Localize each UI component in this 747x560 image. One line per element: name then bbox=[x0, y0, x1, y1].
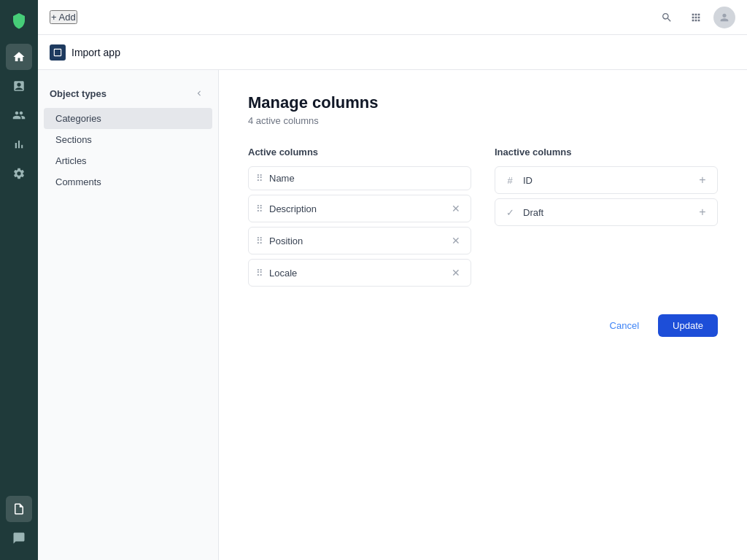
drag-handle-position[interactable]: ⠿ bbox=[256, 236, 263, 246]
sidebar-section-header: Object types bbox=[38, 82, 218, 105]
page-subtitle: 4 active columns bbox=[248, 115, 718, 126]
search-icon bbox=[661, 12, 673, 23]
drag-handle-description[interactable]: ⠿ bbox=[256, 203, 263, 214]
inactive-columns-section: Inactive columns # ID + ✓ Draft + bbox=[495, 147, 718, 291]
search-button[interactable] bbox=[655, 6, 678, 29]
update-button[interactable]: Update bbox=[658, 314, 718, 337]
active-columns-title: Active columns bbox=[248, 147, 471, 158]
left-nav bbox=[0, 0, 38, 560]
avatar[interactable] bbox=[713, 7, 735, 28]
remove-position-button[interactable]: ✕ bbox=[449, 233, 463, 248]
grid-icon bbox=[690, 12, 702, 23]
main-layout: Object types Categories Sections Article… bbox=[38, 70, 747, 560]
active-column-position: ⠿ Position ✕ bbox=[248, 227, 471, 254]
column-label-description: Description bbox=[269, 203, 449, 214]
content-area: Manage columns 4 active columns Active c… bbox=[219, 70, 747, 560]
sidebar-item-comments[interactable]: Comments bbox=[44, 171, 212, 192]
top-bar-icons bbox=[655, 6, 735, 29]
nav-chat-icon[interactable] bbox=[6, 525, 32, 551]
columns-layout: Active columns ⠿ Name ⠿ Description ✕ ⠿ … bbox=[248, 147, 718, 291]
footer-actions: Cancel Update bbox=[248, 314, 718, 337]
import-app-title: Import app bbox=[71, 47, 120, 58]
remove-locale-button[interactable]: ✕ bbox=[449, 265, 463, 280]
nav-doc-icon[interactable] bbox=[6, 496, 32, 522]
grid-button[interactable] bbox=[684, 6, 708, 29]
inactive-column-id: # ID + bbox=[495, 166, 718, 194]
remove-description-button[interactable]: ✕ bbox=[449, 201, 463, 216]
top-bar: + Add bbox=[38, 0, 747, 35]
column-label-name: Name bbox=[269, 173, 463, 184]
sidebar-section-label: Object types bbox=[50, 88, 107, 99]
nav-chart-icon[interactable] bbox=[6, 131, 32, 158]
column-label-locale: Locale bbox=[269, 268, 449, 279]
active-column-locale: ⠿ Locale ✕ bbox=[248, 259, 471, 287]
add-button[interactable]: + Add bbox=[50, 10, 77, 24]
active-column-description: ⠿ Description ✕ bbox=[248, 195, 471, 222]
sidebar-collapse-button[interactable] bbox=[192, 86, 206, 101]
sidebar-item-articles[interactable]: Articles bbox=[44, 150, 212, 171]
active-column-name: ⠿ Name bbox=[248, 166, 471, 190]
drag-handle-locale[interactable]: ⠿ bbox=[256, 268, 263, 279]
nav-gear-icon[interactable] bbox=[6, 160, 32, 187]
id-icon: # bbox=[503, 173, 517, 187]
sidebar: Object types Categories Sections Article… bbox=[38, 70, 219, 560]
inactive-label-id: ID bbox=[523, 175, 695, 186]
nav-bottom bbox=[6, 496, 32, 551]
import-bar: Import app bbox=[38, 35, 747, 70]
add-draft-button[interactable]: + bbox=[695, 205, 710, 219]
import-app-icon bbox=[50, 44, 66, 61]
sidebar-item-sections[interactable]: Sections bbox=[44, 129, 212, 150]
logo[interactable] bbox=[7, 9, 31, 32]
nav-home-icon[interactable] bbox=[6, 44, 32, 70]
cancel-button[interactable]: Cancel bbox=[598, 314, 651, 337]
add-id-button[interactable]: + bbox=[695, 173, 710, 187]
inactive-column-draft: ✓ Draft + bbox=[495, 198, 718, 226]
active-columns-section: Active columns ⠿ Name ⠿ Description ✕ ⠿ … bbox=[248, 147, 471, 291]
drag-handle-name[interactable]: ⠿ bbox=[256, 173, 263, 184]
inactive-columns-title: Inactive columns bbox=[495, 147, 718, 158]
draft-icon: ✓ bbox=[503, 205, 517, 219]
nav-layers-icon[interactable] bbox=[6, 73, 32, 99]
sidebar-item-categories[interactable]: Categories bbox=[44, 108, 212, 129]
nav-users-icon[interactable] bbox=[6, 102, 32, 128]
page-title: Manage columns bbox=[248, 93, 718, 112]
inactive-label-draft: Draft bbox=[523, 207, 695, 218]
column-label-position: Position bbox=[269, 236, 449, 246]
